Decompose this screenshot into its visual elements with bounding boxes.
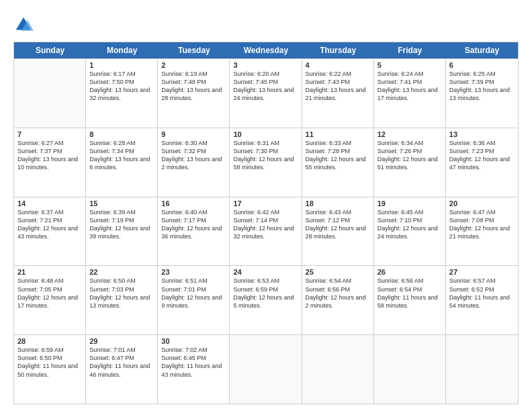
day-cell-26: 26Sunrise: 6:56 AMSunset: 6:54 PMDayligh…	[374, 266, 446, 334]
cell-info: Sunrise: 6:25 AMSunset: 7:39 PMDaylight:…	[449, 70, 515, 103]
cell-info: Sunrise: 6:50 AMSunset: 7:03 PMDaylight:…	[89, 277, 154, 310]
empty-cell	[446, 335, 518, 404]
day-cell-4: 4Sunrise: 6:22 AMSunset: 7:43 PMDaylight…	[302, 59, 374, 128]
day-number: 23	[161, 268, 226, 276]
day-number: 2	[161, 61, 226, 69]
day-number: 26	[378, 268, 442, 276]
cell-info: Sunrise: 6:37 AMSunset: 7:21 PMDaylight:…	[17, 208, 82, 241]
day-number: 15	[89, 199, 154, 208]
empty-cell	[230, 335, 302, 404]
day-cell-12: 12Sunrise: 6:34 AMSunset: 7:26 PMDayligh…	[374, 128, 446, 197]
cell-info: Sunrise: 6:33 AMSunset: 7:28 PMDaylight:…	[306, 139, 370, 172]
day-number: 11	[306, 130, 370, 138]
day-number: 22	[89, 268, 154, 276]
empty-cell	[14, 59, 86, 128]
cell-info: Sunrise: 6:51 AMSunset: 7:01 PMDaylight:…	[161, 277, 226, 310]
day-number: 16	[161, 199, 226, 208]
day-number: 28	[17, 337, 82, 345]
cell-info: Sunrise: 6:57 AMSunset: 6:52 PMDaylight:…	[449, 277, 515, 310]
cell-info: Sunrise: 6:59 AMSunset: 6:50 PMDaylight:…	[17, 346, 82, 379]
day-cell-14: 14Sunrise: 6:37 AMSunset: 7:21 PMDayligh…	[14, 197, 86, 266]
day-number: 5	[378, 61, 442, 69]
day-cell-10: 10Sunrise: 6:31 AMSunset: 7:30 PMDayligh…	[230, 128, 302, 197]
cell-info: Sunrise: 6:34 AMSunset: 7:26 PMDaylight:…	[378, 139, 442, 172]
day-cell-13: 13Sunrise: 6:36 AMSunset: 7:23 PMDayligh…	[446, 128, 518, 197]
cell-info: Sunrise: 6:36 AMSunset: 7:23 PMDaylight:…	[449, 139, 515, 172]
day-cell-9: 9Sunrise: 6:30 AMSunset: 7:32 PMDaylight…	[158, 128, 230, 197]
cell-info: Sunrise: 6:22 AMSunset: 7:43 PMDaylight:…	[306, 70, 370, 103]
cell-info: Sunrise: 6:40 AMSunset: 7:17 PMDaylight:…	[161, 208, 226, 241]
day-number: 7	[17, 130, 82, 138]
day-number: 20	[449, 199, 515, 208]
day-cell-6: 6Sunrise: 6:25 AMSunset: 7:39 PMDaylight…	[446, 59, 518, 128]
day-cell-17: 17Sunrise: 6:42 AMSunset: 7:14 PMDayligh…	[230, 197, 302, 266]
header	[13, 12, 519, 35]
logo-icon	[13, 15, 34, 35]
cell-info: Sunrise: 6:19 AMSunset: 7:48 PMDaylight:…	[161, 70, 226, 103]
day-cell-28: 28Sunrise: 6:59 AMSunset: 6:50 PMDayligh…	[14, 335, 86, 404]
day-number: 6	[449, 61, 515, 69]
calendar: SundayMondayTuesdayWednesdayThursdayFrid…	[13, 42, 519, 404]
day-cell-8: 8Sunrise: 6:28 AMSunset: 7:34 PMDaylight…	[86, 128, 158, 197]
day-number: 4	[306, 61, 370, 69]
day-number: 17	[233, 199, 298, 208]
day-cell-1: 1Sunrise: 6:17 AMSunset: 7:50 PMDaylight…	[86, 59, 158, 128]
day-number: 18	[306, 199, 370, 208]
calendar-header: SundayMondayTuesdayWednesdayThursdayFrid…	[14, 42, 518, 58]
cell-info: Sunrise: 7:02 AMSunset: 6:45 PMDaylight:…	[161, 346, 226, 379]
day-number: 3	[233, 61, 298, 69]
cell-info: Sunrise: 6:43 AMSunset: 7:12 PMDaylight:…	[306, 208, 370, 241]
day-number: 14	[17, 199, 82, 208]
day-cell-30: 30Sunrise: 7:02 AMSunset: 6:45 PMDayligh…	[158, 335, 230, 404]
cell-info: Sunrise: 6:54 AMSunset: 6:56 PMDaylight:…	[306, 277, 370, 310]
week-row-4: 21Sunrise: 6:48 AMSunset: 7:05 PMDayligh…	[14, 265, 518, 334]
day-number: 12	[378, 130, 442, 138]
day-cell-24: 24Sunrise: 6:53 AMSunset: 6:59 PMDayligh…	[230, 266, 302, 334]
cell-info: Sunrise: 6:27 AMSunset: 7:37 PMDaylight:…	[17, 139, 82, 172]
cell-info: Sunrise: 6:17 AMSunset: 7:50 PMDaylight:…	[89, 70, 154, 103]
day-cell-16: 16Sunrise: 6:40 AMSunset: 7:17 PMDayligh…	[158, 197, 230, 266]
day-number: 13	[449, 130, 515, 138]
day-number: 19	[378, 199, 442, 208]
day-number: 10	[233, 130, 298, 138]
page: SundayMondayTuesdayWednesdayThursdayFrid…	[0, 0, 532, 411]
cell-info: Sunrise: 7:01 AMSunset: 6:47 PMDaylight:…	[89, 346, 154, 379]
header-day-saturday: Saturday	[446, 42, 518, 58]
day-cell-18: 18Sunrise: 6:43 AMSunset: 7:12 PMDayligh…	[302, 197, 374, 266]
cell-info: Sunrise: 6:45 AMSunset: 7:10 PMDaylight:…	[378, 208, 442, 241]
empty-cell	[302, 335, 374, 404]
day-cell-25: 25Sunrise: 6:54 AMSunset: 6:56 PMDayligh…	[302, 266, 374, 334]
header-day-tuesday: Tuesday	[158, 42, 230, 58]
header-day-wednesday: Wednesday	[230, 42, 302, 58]
day-cell-15: 15Sunrise: 6:39 AMSunset: 7:19 PMDayligh…	[86, 197, 158, 266]
cell-info: Sunrise: 6:24 AMSunset: 7:41 PMDaylight:…	[378, 70, 442, 103]
day-cell-23: 23Sunrise: 6:51 AMSunset: 7:01 PMDayligh…	[158, 266, 230, 334]
cell-info: Sunrise: 6:53 AMSunset: 6:59 PMDaylight:…	[233, 277, 298, 310]
empty-cell	[374, 335, 446, 404]
header-day-monday: Monday	[86, 42, 158, 58]
cell-info: Sunrise: 6:28 AMSunset: 7:34 PMDaylight:…	[89, 139, 154, 172]
day-cell-27: 27Sunrise: 6:57 AMSunset: 6:52 PMDayligh…	[446, 266, 518, 334]
cell-info: Sunrise: 6:20 AMSunset: 7:45 PMDaylight:…	[233, 70, 298, 103]
week-row-5: 28Sunrise: 6:59 AMSunset: 6:50 PMDayligh…	[14, 334, 518, 404]
cell-info: Sunrise: 6:30 AMSunset: 7:32 PMDaylight:…	[161, 139, 226, 172]
week-row-2: 7Sunrise: 6:27 AMSunset: 7:37 PMDaylight…	[14, 128, 518, 197]
header-day-sunday: Sunday	[14, 42, 86, 58]
day-cell-19: 19Sunrise: 6:45 AMSunset: 7:10 PMDayligh…	[374, 197, 446, 266]
day-cell-29: 29Sunrise: 7:01 AMSunset: 6:47 PMDayligh…	[86, 335, 158, 404]
logo	[13, 15, 36, 35]
day-number: 8	[89, 130, 154, 138]
day-number: 21	[17, 268, 82, 276]
day-number: 24	[233, 268, 298, 276]
day-number: 1	[89, 61, 154, 69]
day-number: 29	[89, 337, 154, 345]
cell-info: Sunrise: 6:47 AMSunset: 7:08 PMDaylight:…	[449, 208, 515, 241]
day-number: 25	[306, 268, 370, 276]
day-number: 30	[161, 337, 226, 345]
cell-info: Sunrise: 6:56 AMSunset: 6:54 PMDaylight:…	[378, 277, 442, 310]
week-row-1: 1Sunrise: 6:17 AMSunset: 7:50 PMDaylight…	[14, 58, 518, 128]
day-number: 9	[161, 130, 226, 138]
cell-info: Sunrise: 6:48 AMSunset: 7:05 PMDaylight:…	[17, 277, 82, 310]
cell-info: Sunrise: 6:39 AMSunset: 7:19 PMDaylight:…	[89, 208, 154, 241]
day-cell-2: 2Sunrise: 6:19 AMSunset: 7:48 PMDaylight…	[158, 59, 230, 128]
